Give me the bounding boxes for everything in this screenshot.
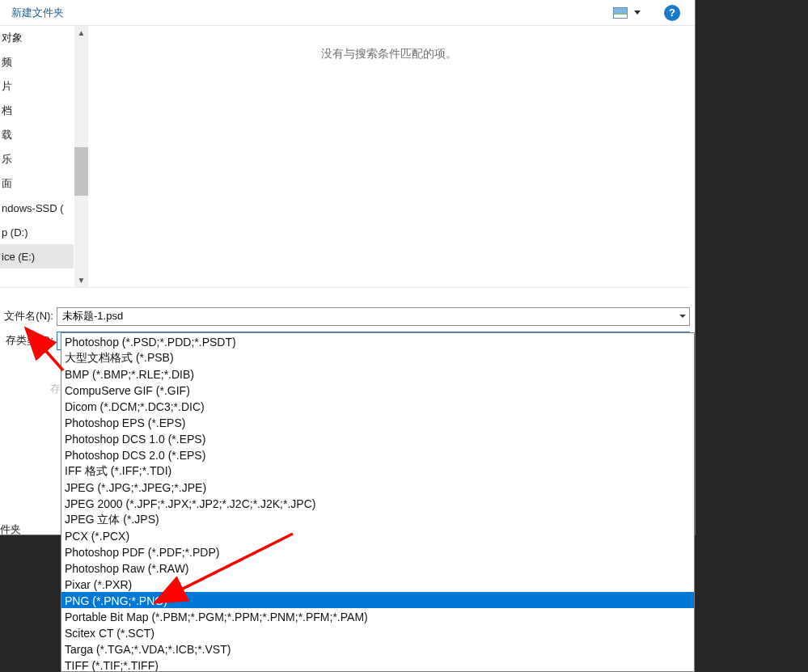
scroll-thumb[interactable] — [74, 147, 88, 196]
empty-results-message: 没有与搜索条件匹配的项。 — [88, 47, 690, 61]
savetype-option[interactable]: Portable Bit Map (*.PBM;*.PGM;*.PPM;*.PN… — [61, 608, 694, 624]
dialog-toolbar: 新建文件夹 ? — [0, 0, 695, 26]
hide-folders-label[interactable]: 件夹 — [0, 522, 21, 537]
savetype-option[interactable]: IFF 格式 (*.IFF;*.TDI) — [61, 463, 694, 479]
savetype-option[interactable]: Photoshop DCS 2.0 (*.EPS) — [61, 446, 694, 463]
scroll-down-button[interactable]: ▼ — [74, 273, 88, 287]
filename-label: 文件名(N): — [0, 309, 57, 323]
scroll-up-button[interactable]: ▲ — [74, 26, 88, 40]
savetype-option[interactable]: PCX (*.PCX) — [61, 527, 694, 543]
savetype-option[interactable]: Photoshop (*.PSD;*.PDD;*.PSDT) — [61, 333, 694, 349]
savetype-option[interactable]: Pixar (*.PXR) — [61, 576, 694, 592]
nav-item[interactable]: 对象 — [0, 26, 74, 50]
savetype-option[interactable]: JPEG 2000 (*.JPF;*.JPX;*.JP2;*.J2C;*.J2K… — [61, 495, 694, 511]
savetype-option[interactable]: BMP (*.BMP;*.RLE;*.DIB) — [61, 366, 694, 382]
filename-row: 文件名(N): — [0, 306, 690, 327]
savetype-option[interactable]: Photoshop PDF (*.PDF;*.PDP) — [61, 543, 694, 560]
filename-input[interactable] — [57, 311, 676, 323]
savetype-option[interactable]: Scitex CT (*.SCT) — [61, 624, 694, 640]
nav-item[interactable]: 面 — [0, 171, 74, 196]
help-button[interactable]: ? — [664, 5, 680, 21]
view-mode-button[interactable] — [607, 5, 646, 21]
nav-pane[interactable]: 对象频片档载乐面ndows-SSD (p (D:)ice (E:) — [0, 26, 74, 287]
nav-item[interactable]: p (D:) — [0, 220, 74, 244]
savetype-option[interactable]: Dicom (*.DCM;*.DC3;*.DIC) — [61, 398, 694, 414]
new-folder-button[interactable]: 新建文件夹 — [0, 6, 64, 20]
savetype-option[interactable]: 大型文档格式 (*.PSB) — [61, 349, 694, 366]
filename-field[interactable] — [57, 307, 690, 326]
nav-item[interactable]: ice (E:) — [0, 244, 74, 268]
savetype-option[interactable]: CompuServe GIF (*.GIF) — [61, 382, 694, 398]
savetype-option[interactable]: Targa (*.TGA;*.VDA;*.ICB;*.VST) — [61, 640, 694, 657]
chevron-down-icon — [634, 11, 641, 15]
file-list-pane[interactable]: 没有与搜索条件匹配的项。 — [88, 26, 690, 287]
savetype-option[interactable]: PNG (*.PNG;*.PNG) — [61, 592, 694, 608]
nav-item[interactable]: 频 — [0, 50, 74, 74]
savetype-option[interactable]: Photoshop EPS (*.EPS) — [61, 414, 694, 430]
savetype-option[interactable]: TIFF (*.TIF;*.TIFF) — [61, 657, 694, 672]
nav-item[interactable]: 乐 — [0, 147, 74, 171]
nav-item[interactable]: 片 — [0, 74, 74, 99]
savetype-option[interactable]: JPEG (*.JPG;*.JPEG;*.JPE) — [61, 479, 694, 495]
savetype-option[interactable]: JPEG 立体 (*.JPS) — [61, 511, 694, 527]
nav-item[interactable]: 档 — [0, 99, 74, 123]
partial-label: 存 — [50, 382, 61, 396]
filename-dropdown-icon[interactable] — [676, 315, 689, 318]
nav-item[interactable]: ndows-SSD ( — [0, 196, 74, 220]
pictures-icon — [613, 7, 628, 19]
savetype-option[interactable]: Photoshop Raw (*.RAW) — [61, 560, 694, 576]
savetype-label: 存类型(T): — [0, 333, 57, 348]
savetype-option[interactable]: Photoshop DCS 1.0 (*.EPS) — [61, 430, 694, 446]
nav-item[interactable]: 载 — [0, 123, 74, 147]
savetype-dropdown-list[interactable]: Photoshop (*.PSD;*.PDD;*.PSDT)大型文档格式 (*.… — [61, 332, 695, 672]
nav-scrollbar[interactable]: ▲ ▼ — [74, 26, 88, 287]
